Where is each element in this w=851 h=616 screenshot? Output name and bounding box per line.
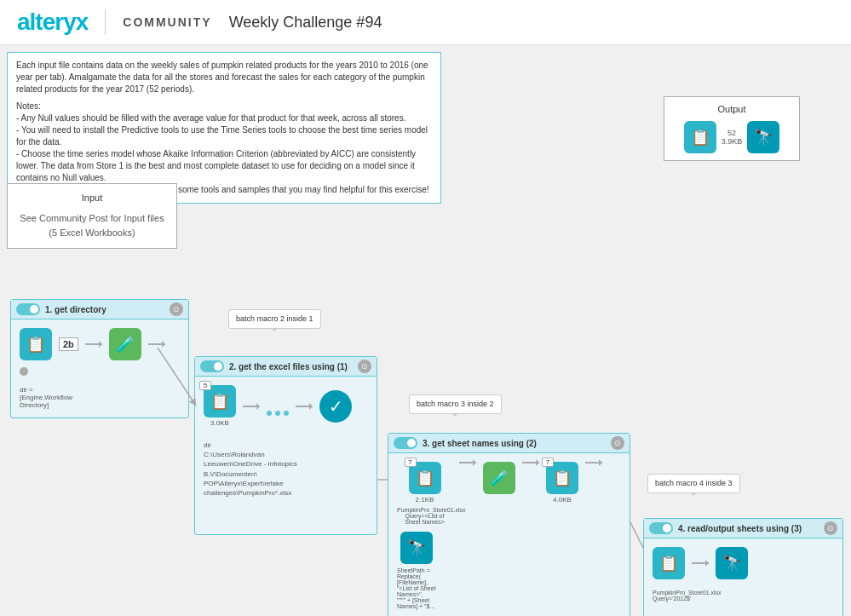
badge-2b: 2b [59, 337, 78, 351]
dot-2a [267, 411, 272, 416]
tool-formula-3: 🧪 [483, 462, 515, 494]
tool-input-3a: 📋 7 2.1KB PumpkinPro_Store01.xlsx Query=… [397, 462, 452, 525]
workflow-2-toggle[interactable] [200, 360, 224, 372]
note-3: - Choose the time series model whose Aka… [16, 148, 432, 184]
size-badge-2: 3.0KB [210, 419, 229, 427]
output-size: 3.9KB [722, 137, 743, 146]
workflow-3-toggle[interactable] [394, 437, 417, 449]
output-badge-group: 52 3.9KB [722, 129, 743, 146]
input-file-icon-2[interactable]: 📋 5 [204, 385, 236, 417]
batch-macro-4-label: batch macro 4 inside 3 [655, 479, 733, 487]
workflow-3-body: 📋 7 2.1KB PumpkinPro_Store01.xlsx Query=… [388, 453, 630, 616]
output-rows: 52 [727, 129, 736, 137]
browse-icon-3[interactable]: 🔭 [400, 532, 433, 564]
output-browse-icon: 📋 [684, 121, 716, 153]
size-badge-3a: 2.1KB [416, 496, 434, 504]
workflow-1-expand[interactable]: ⊙ [170, 302, 183, 316]
workflow-4-title: 4. read/output sheets using (3) [678, 524, 824, 533]
output-browse2-icon: 🔭 [747, 121, 779, 153]
header: alteryx COMMUNITY Weekly Challenge #94 [0, 0, 851, 45]
input-file-icon-1[interactable]: 📋 [20, 328, 52, 360]
connector-3b [522, 462, 539, 463]
connector-1a [85, 343, 102, 345]
workflow-2-expand[interactable]: ⊙ [358, 360, 371, 373]
connector-2b [296, 406, 313, 407]
workflow-1-body: 📋 2b 🧪 dir = [Engine.Workflow Directory] [11, 320, 188, 417]
dot-2c [284, 411, 289, 416]
connector-1b [148, 343, 165, 345]
formula-icon-3[interactable]: 🧪 [483, 462, 515, 494]
tool-input-file-1: 📋 [20, 328, 52, 360]
workflow-1: 1. get directory ⊙ 📋 2b 🧪 dir = [Engine.… [10, 299, 189, 418]
page-title: Weekly Challenge #94 [229, 14, 382, 32]
logo: alteryx [17, 9, 88, 36]
output-dot-1 [20, 367, 28, 376]
workflow-4-toggle[interactable] [649, 522, 673, 534]
tool-label-3b: SheetPath = Replace( [FileName], "<List … [397, 567, 436, 609]
output-icons-row: 📋 52 3.9KB 🔭 [671, 121, 792, 153]
check-circle-2: ✓ [319, 390, 352, 423]
workflow-2-dir-label: dir C:\Users\Rolandvan Leeuwen\OneDrive … [204, 440, 297, 498]
notes-title: Notes: [16, 101, 432, 112]
tool-badge-node: 2b [59, 337, 78, 351]
notes-section: Notes: - Any Null values should be fille… [16, 101, 432, 196]
connector-2a [243, 406, 260, 407]
workflow-4-expand[interactable]: ⊙ [824, 521, 837, 535]
tool-badge-rows-2: 5 [199, 381, 211, 390]
workflow-2-tools-row: 📋 5 3.0KB ✓ [204, 385, 352, 427]
workflow-2-body: 📋 5 3.0KB ✓ dir C:\Users\Rolandvan Leeuw… [195, 377, 377, 506]
workflow-3-title: 3. get sheet names using (2) [423, 439, 611, 448]
workflow-4-body: 📋 🔭 PumpkinPro_Store01.xlsx Query='2012$… [644, 538, 842, 610]
workflow-2-header: 2. get the excel files using (1) ⊙ [195, 357, 377, 377]
workflow-3: 3. get sheet names using (2) ⊙ 📋 7 2.1KB… [388, 433, 630, 616]
workflow-canvas: Each input file contains data on the wee… [0, 45, 851, 616]
batch-macro-3-label: batch macro 3 inside 2 [417, 400, 494, 408]
workflow-2-title: 2. get the excel files using (1) [229, 362, 358, 371]
workflow-4: 4. read/output sheets using (3) ⊙ 📋 🔭 Pu… [643, 518, 843, 616]
workflow-4-label: PumpkinPro_Store01.xlsx Query='2012$' [653, 590, 834, 602]
workflow-1-title: 1. get directory [45, 305, 170, 314]
connector-3c [585, 462, 602, 463]
batch-macro-3-bubble: batch macro 3 inside 2 [409, 394, 502, 414]
description-main: Each input file contains data on the wee… [16, 60, 432, 95]
tool-input-file-2: 📋 5 3.0KB [204, 385, 236, 427]
workflow-1-dir-label: dir = [Engine.Workflow Directory] [20, 386, 180, 409]
workflow-3-expand[interactable]: ⊙ [611, 436, 624, 450]
tool-badge-rows-3b: 7 [542, 458, 554, 467]
input-icon-3a[interactable]: 📋 7 [409, 462, 441, 494]
workflow-1-toggle[interactable] [16, 303, 40, 315]
input-icon-4[interactable]: 📋 [653, 547, 685, 579]
description-box: Each input file contains data on the wee… [7, 52, 441, 204]
browse-icon-4[interactable]: 🔭 [716, 547, 748, 579]
tool-browse-4: 🔭 [716, 547, 748, 579]
formula-icon-1[interactable]: 🧪 [109, 328, 141, 360]
tool-input-4: 📋 [653, 547, 685, 579]
workflow-4-header: 4. read/output sheets using (3) ⊙ [644, 519, 842, 538]
input-title: Input [16, 193, 168, 203]
connector-3a [459, 462, 476, 463]
community-label: COMMUNITY [123, 15, 211, 29]
note-1: - Any Null values should be filled with … [16, 112, 432, 124]
batch-macro-2-label: batch macro 2 inside 1 [236, 314, 313, 323]
tool-label-3a: PumpkinPro_Store01.xlsx Query=<List of S… [397, 507, 452, 525]
dots-row-2 [267, 397, 289, 416]
tool-output-1 [20, 367, 28, 376]
output-title: Output [671, 104, 792, 114]
batch-macro-2-bubble: batch macro 2 inside 1 [228, 309, 321, 329]
output-box: Output 📋 52 3.9KB 🔭 [664, 96, 800, 161]
input-icon-3b[interactable]: 📋 7 [546, 462, 578, 494]
workflow-3-header: 3. get sheet names using (2) ⊙ [388, 434, 630, 453]
tool-browse-3: 🔭 SheetPath = Replace( [FileName], "<Lis… [397, 532, 436, 609]
tool-input-3b: 📋 7 4.0KB [546, 462, 578, 504]
tool-formula-1: 🧪 [109, 328, 141, 360]
tool-badge-rows-3a: 7 [405, 458, 417, 467]
svg-line-2 [630, 522, 643, 548]
note-2: - You will need to install the Predictiv… [16, 124, 432, 148]
workflow-1-header: 1. get directory ⊙ [11, 300, 188, 320]
header-divider [105, 9, 106, 35]
size-badge-3b: 4.0KB [553, 496, 572, 504]
batch-macro-4-bubble: batch macro 4 inside 3 [647, 474, 740, 493]
input-box: Input See Community Post for Input files… [7, 183, 177, 249]
connector-4 [692, 562, 709, 564]
workflow-2: 2. get the excel files using (1) ⊙ 📋 5 3… [194, 356, 377, 535]
